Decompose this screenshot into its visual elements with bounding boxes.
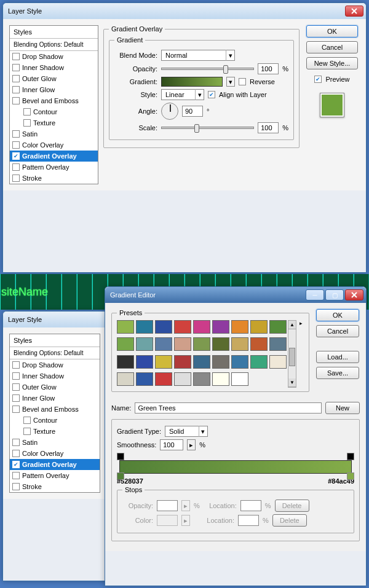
style-item-outer-glow[interactable]: Outer Glow (10, 73, 98, 84)
color-stop-right[interactable] (347, 472, 354, 480)
preset-swatch[interactable] (174, 355, 191, 369)
preset-swatch[interactable] (231, 355, 248, 369)
scroll-thumb[interactable] (289, 348, 295, 366)
preset-swatch[interactable] (174, 337, 191, 351)
style-item-pattern-overlay[interactable]: Pattern Overlay (10, 162, 98, 173)
style-item-color-overlay[interactable]: Color Overlay (10, 448, 100, 459)
load-button[interactable]: Load... (316, 351, 359, 363)
preset-swatch[interactable] (174, 372, 191, 386)
style-item-contour[interactable]: Contour (10, 415, 100, 426)
preset-swatch[interactable] (117, 337, 134, 351)
style-item-texture[interactable]: Texture (10, 426, 100, 437)
gradient-bar[interactable] (119, 460, 352, 474)
preset-swatch[interactable] (193, 355, 210, 369)
new-style-button[interactable]: New Style... (306, 57, 358, 69)
cancel-button[interactable]: Cancel (316, 325, 359, 337)
checkbox[interactable] (12, 141, 20, 149)
preset-swatch[interactable] (136, 337, 153, 351)
style-item-inner-shadow[interactable]: Inner Shadow (10, 62, 98, 73)
scale-slider[interactable] (161, 127, 254, 129)
style-item-outer-glow[interactable]: Outer Glow (10, 382, 100, 393)
angle-input[interactable] (182, 106, 203, 117)
styles-header[interactable]: Styles (10, 26, 98, 39)
preset-swatch[interactable] (155, 337, 172, 351)
titlebar[interactable]: Layer Style (3, 312, 106, 327)
preset-swatch[interactable] (117, 355, 134, 369)
preset-swatch[interactable] (155, 372, 172, 386)
ok-button[interactable]: OK (316, 309, 359, 321)
checkbox[interactable] (12, 86, 20, 93)
gradient-swatch[interactable] (161, 77, 223, 87)
name-input[interactable] (135, 402, 322, 414)
angle-dial[interactable] (161, 103, 178, 120)
style-item-stroke[interactable]: Stroke (10, 481, 100, 492)
style-item-texture[interactable]: Texture (10, 117, 98, 128)
presets-scrollbar[interactable]: ▲ ▼ (288, 320, 296, 388)
style-item-pattern-overlay[interactable]: Pattern Overlay (10, 470, 100, 481)
preset-swatch[interactable] (155, 355, 172, 369)
preset-swatch[interactable] (193, 372, 210, 386)
style-item-gradient-overlay[interactable]: Gradient Overlay (10, 151, 98, 162)
preset-swatch[interactable] (117, 372, 134, 386)
scroll-down-icon[interactable]: ▼ (288, 378, 296, 387)
checkbox[interactable] (23, 108, 31, 116)
checkbox[interactable] (12, 53, 20, 60)
preset-swatch[interactable] (174, 320, 191, 334)
style-item-bevel-emboss[interactable]: Bevel and Emboss (10, 95, 98, 106)
style-item-drop-shadow[interactable]: Drop Shadow (10, 51, 98, 62)
preset-swatch[interactable] (136, 372, 153, 386)
opacity-stop-right[interactable] (347, 453, 354, 460)
styles-header[interactable]: Styles (10, 334, 100, 347)
gradient-dropdown-arrow[interactable]: ▾ (226, 77, 235, 87)
preset-swatch[interactable] (212, 320, 229, 334)
blending-options-row[interactable]: Blending Options: Default (10, 39, 98, 51)
presets-flyout-icon[interactable]: ▸ (298, 320, 304, 388)
new-button[interactable]: New (325, 402, 360, 414)
style-dropdown[interactable]: Linear ▾ (161, 89, 204, 100)
preset-grid[interactable] (117, 320, 287, 388)
reverse-checkbox[interactable] (239, 78, 246, 85)
align-checkbox[interactable] (208, 91, 215, 98)
preset-swatch[interactable] (117, 320, 134, 334)
preset-swatch[interactable] (193, 337, 210, 351)
preset-swatch[interactable] (212, 337, 229, 351)
style-item-inner-glow[interactable]: Inner Glow (10, 393, 100, 404)
preset-swatch[interactable] (155, 320, 172, 334)
checkbox[interactable] (12, 75, 20, 82)
opacity-input[interactable] (258, 63, 279, 74)
checkbox[interactable] (12, 64, 20, 71)
style-item-contour[interactable]: Contour (10, 106, 98, 117)
save-button[interactable]: Save... (316, 367, 359, 379)
checkbox[interactable] (23, 119, 31, 127)
style-item-gradient-overlay[interactable]: Gradient Overlay (10, 459, 100, 470)
blend-mode-dropdown[interactable]: Normal ▾ (161, 50, 235, 61)
gradient-type-dropdown[interactable]: Solid ▾ (165, 426, 208, 437)
style-item-color-overlay[interactable]: Color Overlay (10, 139, 98, 151)
style-item-satin[interactable]: Satin (10, 128, 98, 139)
smoothness-flyout-icon[interactable]: ▸ (187, 439, 196, 450)
scroll-up-icon[interactable]: ▲ (288, 321, 296, 329)
checkbox[interactable] (12, 163, 20, 171)
titlebar[interactable]: Layer Style (3, 3, 366, 19)
preset-swatch[interactable] (231, 337, 248, 351)
style-item-stroke[interactable]: Stroke (10, 173, 98, 184)
preset-swatch[interactable] (250, 355, 268, 369)
style-item-satin[interactable]: Satin (10, 437, 100, 448)
opacity-slider[interactable] (161, 68, 254, 70)
style-item-bevel-emboss[interactable]: Bevel and Emboss (10, 404, 100, 415)
preset-swatch[interactable] (250, 337, 268, 351)
style-item-inner-glow[interactable]: Inner Glow (10, 84, 98, 95)
checkbox[interactable] (12, 97, 20, 104)
scale-input[interactable] (258, 122, 279, 133)
checkbox[interactable] (12, 174, 20, 182)
preset-swatch[interactable] (269, 355, 287, 369)
preset-swatch[interactable] (269, 320, 287, 334)
blending-options-row[interactable]: Blending Options: Default (10, 347, 100, 359)
titlebar[interactable]: Gradient Editor ─ ▢ (105, 287, 366, 303)
preset-swatch[interactable] (231, 320, 248, 334)
opacity-stop-left[interactable] (117, 453, 124, 460)
preset-swatch[interactable] (269, 337, 287, 351)
minimize-button[interactable]: ─ (306, 289, 324, 300)
smoothness-input[interactable] (160, 439, 183, 450)
preset-swatch[interactable] (193, 320, 210, 334)
